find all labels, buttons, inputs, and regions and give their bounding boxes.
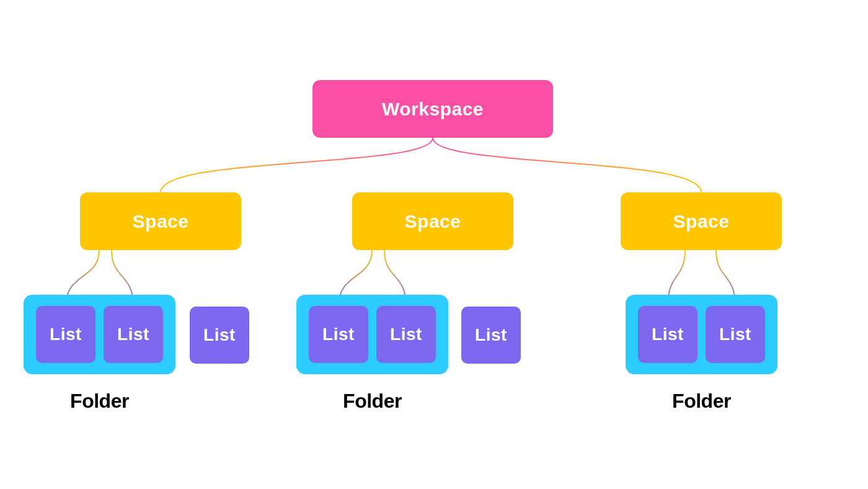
list-node-2-loose: List (461, 307, 521, 364)
list-label: List (652, 325, 684, 344)
workspace-label: Workspace (382, 99, 484, 120)
list-label: List (203, 325, 236, 345)
list-node-2-2: List (376, 306, 436, 363)
list-node-3-1: List (638, 306, 698, 363)
list-node-2-1: List (309, 306, 368, 363)
list-label: List (475, 325, 507, 345)
list-node-3-2: List (706, 306, 765, 363)
list-node-1-1: List (36, 306, 95, 363)
folder-label-1: Folder (24, 390, 175, 413)
space-label: Space (673, 211, 730, 232)
list-label: List (719, 325, 751, 344)
space-node-3: Space (621, 192, 782, 250)
space-node-2: Space (352, 192, 513, 250)
folder-label-3: Folder (626, 390, 777, 413)
workspace-node: Workspace (312, 80, 553, 138)
list-label: List (117, 325, 149, 344)
space-node-1: Space (80, 192, 241, 250)
space-label: Space (405, 211, 461, 232)
list-label: List (322, 325, 355, 344)
list-label: List (390, 325, 422, 344)
list-label: List (50, 325, 82, 344)
list-node-1-2: List (104, 306, 163, 363)
list-node-1-loose: List (190, 307, 249, 364)
folder-label-2: Folder (296, 390, 448, 413)
space-label: Space (133, 211, 189, 232)
